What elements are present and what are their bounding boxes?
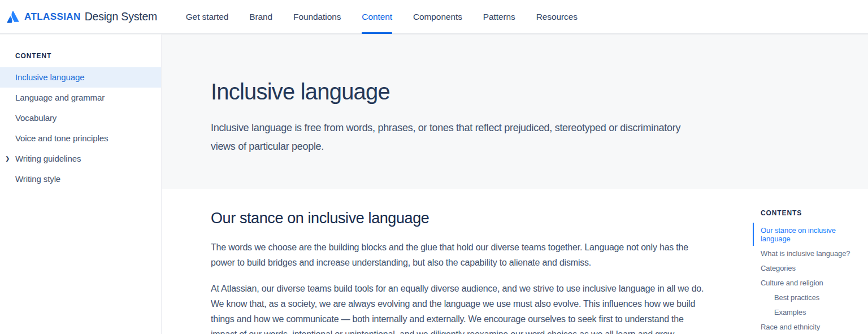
paragraph: At Atlassian, our diverse teams build to… <box>211 281 706 334</box>
page-subtitle: Inclusive language is free from words, p… <box>211 119 698 156</box>
logo-brand-text: ATLASSIAN <box>24 11 81 23</box>
toc-item-categories[interactable]: Categories <box>753 261 867 275</box>
sidebar-item-label: Writing guidelines <box>15 154 81 163</box>
article-body: Our stance on inclusive language The wor… <box>162 189 713 334</box>
nav-item-content[interactable]: Content <box>362 0 392 34</box>
sidebar-item-voice-and-tone-principles[interactable]: Voice and tone principles <box>0 128 161 149</box>
nav-item-components[interactable]: Components <box>413 0 462 34</box>
toc-item-examples[interactable]: Examples <box>753 305 867 319</box>
sidebar-item-vocabulary[interactable]: Vocabulary <box>0 108 161 128</box>
sidebar-item-inclusive-language[interactable]: Inclusive language <box>0 67 161 88</box>
nav-item-patterns[interactable]: Patterns <box>483 0 515 34</box>
content-sidebar: CONTENT Inclusive language Language and … <box>0 34 162 334</box>
sidebar-heading: CONTENT <box>15 52 161 60</box>
toc-item-culture-and-religion[interactable]: Culture and religion <box>753 275 867 290</box>
chevron-right-icon[interactable]: ❯ <box>5 149 10 169</box>
nav-item-brand[interactable]: Brand <box>249 0 272 34</box>
atlassian-logo-icon <box>6 10 20 24</box>
toc-heading: CONTENTS <box>761 209 867 217</box>
nav-item-resources[interactable]: Resources <box>536 0 578 34</box>
table-of-contents: CONTENTS Our stance on inclusive languag… <box>753 209 867 334</box>
toc-item-race-and-ethnicity[interactable]: Race and ethnicity <box>753 319 867 334</box>
atlassian-logo[interactable]: ATLASSIAN Design System <box>6 10 157 24</box>
nav-item-get-started[interactable]: Get started <box>186 0 229 34</box>
page-hero: Inclusive language Inclusive language is… <box>162 34 868 189</box>
logo-product-text: Design System <box>85 10 158 23</box>
paragraph: The words we choose are the building blo… <box>211 240 706 270</box>
sidebar-item-language-and-grammar[interactable]: Language and grammar <box>0 88 161 108</box>
page-title: Inclusive language <box>211 79 868 105</box>
sidebar-item-writing-guidelines[interactable]: ❯ Writing guidelines <box>0 149 161 169</box>
top-header: ATLASSIAN Design System Get started Bran… <box>0 0 868 34</box>
toc-item-best-practices[interactable]: Best practices <box>753 290 867 305</box>
sidebar-item-writing-style[interactable]: Writing style <box>0 169 161 189</box>
section-heading-our-stance: Our stance on inclusive language <box>211 210 713 227</box>
toc-item-what-is-inclusive-language[interactable]: What is inclusive language? <box>753 246 867 261</box>
primary-nav: Get started Brand Foundations Content Co… <box>175 0 588 34</box>
nav-item-foundations[interactable]: Foundations <box>293 0 341 34</box>
toc-item-our-stance-on-inclusive-language[interactable]: Our stance on inclusive language <box>753 223 867 246</box>
